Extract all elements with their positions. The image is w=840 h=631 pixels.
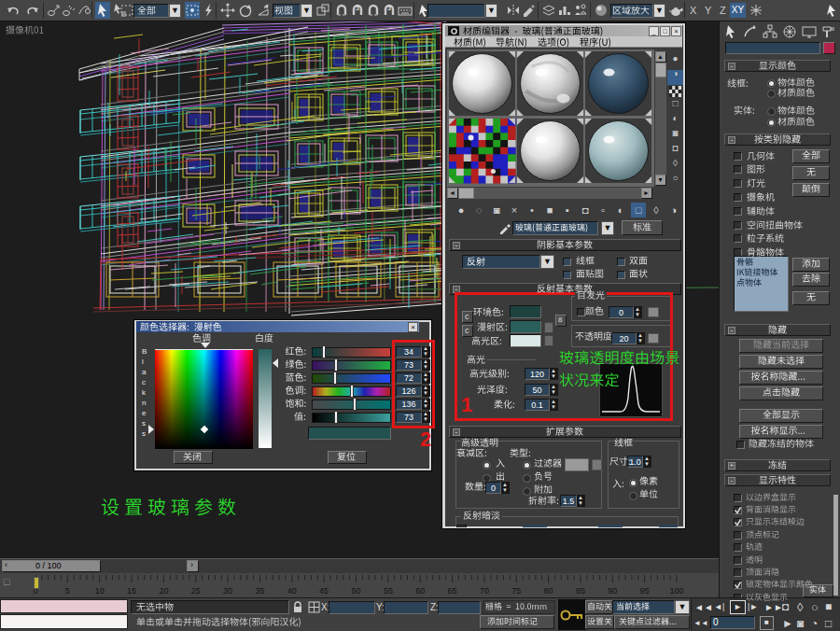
svg-text:80: 80 (544, 586, 553, 596)
svg-text:35: 35 (255, 586, 264, 596)
svg-text:90: 90 (608, 586, 617, 596)
svg-text:50: 50 (351, 586, 360, 596)
svg-text:40: 40 (287, 586, 297, 596)
svg-text:65: 65 (448, 586, 457, 596)
svg-text:45: 45 (319, 586, 329, 596)
svg-text:3: 3 (387, 5, 391, 11)
svg-text:70: 70 (480, 586, 489, 596)
svg-text:100: 100 (669, 586, 683, 596)
svg-text:85: 85 (576, 586, 585, 596)
svg-text:10: 10 (95, 586, 105, 596)
svg-text:55: 55 (384, 586, 393, 596)
svg-text:75: 75 (511, 586, 521, 596)
svg-text:3: 3 (356, 5, 359, 11)
svg-text:30: 30 (223, 586, 232, 596)
svg-text:25: 25 (191, 586, 201, 596)
svg-text:60: 60 (415, 586, 425, 596)
svg-text:95: 95 (640, 586, 650, 596)
svg-text:20: 20 (159, 586, 168, 596)
svg-text:5: 5 (65, 586, 70, 596)
svg-text:15: 15 (127, 586, 136, 596)
